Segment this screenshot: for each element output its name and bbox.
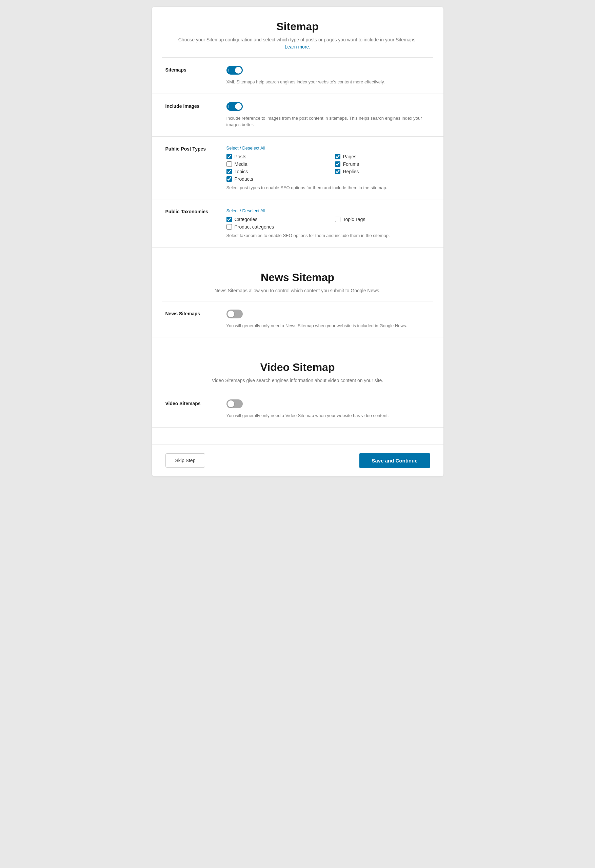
checkbox-pages-input[interactable]	[335, 154, 340, 159]
sitemap-section-header: Sitemap Choose your Sitemap configuratio…	[152, 7, 443, 57]
sitemaps-content: I XML Sitemaps help search engines index…	[226, 66, 430, 86]
video-sitemaps-row: Video Sitemaps You will generally only n…	[152, 391, 443, 428]
public-post-types-content: Select / Deselect All Posts Pages Media …	[226, 145, 430, 191]
checkbox-topics-label: Topics	[235, 169, 248, 174]
checkbox-categories: Categories	[226, 217, 321, 222]
sitemaps-row: Sitemaps I XML Sitemaps help search engi…	[152, 58, 443, 94]
taxonomies-checkbox-grid: Categories Topic Tags Product categories	[226, 217, 430, 230]
video-sitemaps-content: You will generally only need a Video Sit…	[226, 399, 430, 419]
news-sitemaps-toggle[interactable]	[226, 310, 243, 318]
news-sitemaps-label: News Sitemaps	[165, 310, 226, 316]
footer: Skip Step Save and Continue	[152, 444, 443, 476]
checkbox-forums-input[interactable]	[335, 161, 340, 167]
checkbox-products: Products	[226, 176, 321, 182]
include-images-content: I Include reference to images from the p…	[226, 102, 430, 128]
news-sitemap-section-header: News Sitemap News Sitemaps allow you to …	[152, 258, 443, 301]
sitemaps-toggle-wrapper[interactable]: I	[226, 66, 243, 75]
learn-more-link[interactable]: Learn more.	[285, 44, 310, 50]
video-sitemap-section-header: Video Sitemap Video Sitemaps give search…	[152, 348, 443, 391]
news-sitemaps-description: You will generally only need a News Site…	[226, 322, 430, 329]
checkbox-forums-label: Forums	[343, 161, 359, 167]
news-sitemap-title: News Sitemap	[172, 271, 423, 284]
sitemaps-description: XML Sitemaps help search engines index y…	[226, 79, 430, 86]
toggle-knob3	[227, 311, 234, 317]
news-sitemaps-row: News Sitemaps You will generally only ne…	[152, 301, 443, 338]
public-taxonomies-label: Public Taxonomies	[165, 208, 226, 214]
include-images-toggle[interactable]: I	[226, 102, 243, 111]
checkbox-replies-input[interactable]	[335, 169, 340, 174]
checkbox-replies: Replies	[335, 169, 430, 174]
checkbox-pages-label: Pages	[343, 154, 357, 159]
checkbox-topic-tags-input[interactable]	[335, 217, 340, 222]
checkbox-media-label: Media	[235, 161, 248, 167]
toggle-knob	[235, 67, 242, 74]
toggle-on-icon2: I	[229, 105, 230, 108]
taxonomies-description: Select taxonomies to enable SEO options …	[226, 232, 430, 239]
video-sitemaps-toggle[interactable]	[226, 399, 243, 408]
checkbox-topic-tags: Topic Tags	[335, 217, 430, 222]
news-sitemap-description: News Sitemaps allow you to control which…	[172, 287, 423, 294]
video-sitemaps-description: You will generally only need a Video Sit…	[226, 412, 430, 419]
checkbox-posts-label: Posts	[235, 154, 247, 159]
public-post-types-label: Public Post Types	[165, 145, 226, 152]
post-types-checkbox-grid: Posts Pages Media Forums Topics	[226, 154, 430, 182]
toggle-knob4	[227, 400, 234, 407]
skip-button[interactable]: Skip Step	[165, 453, 205, 468]
sitemap-description: Choose your Sitemap configuration and se…	[172, 36, 423, 50]
checkbox-categories-input[interactable]	[226, 217, 232, 222]
include-images-toggle-wrapper[interactable]: I	[226, 102, 243, 111]
post-types-description: Select post types to enable SEO options …	[226, 185, 430, 191]
checkbox-product-categories-input[interactable]	[226, 224, 232, 230]
video-sitemaps-label: Video Sitemaps	[165, 399, 226, 406]
spacer1	[152, 248, 443, 258]
sitemap-title: Sitemap	[172, 20, 423, 33]
checkbox-pages: Pages	[335, 154, 430, 159]
public-post-types-row: Public Post Types Select / Deselect All …	[152, 137, 443, 200]
spacer3	[152, 428, 443, 441]
spacer2	[152, 337, 443, 348]
video-sitemaps-toggle-wrapper[interactable]	[226, 399, 243, 408]
main-card: Sitemap Choose your Sitemap configuratio…	[152, 7, 443, 476]
checkbox-products-input[interactable]	[226, 176, 232, 182]
checkbox-media-input[interactable]	[226, 161, 232, 167]
checkbox-categories-label: Categories	[235, 217, 258, 222]
checkbox-product-categories-label: Product categories	[235, 224, 274, 230]
public-taxonomies-content: Select / Deselect All Categories Topic T…	[226, 208, 430, 239]
news-sitemaps-toggle-wrapper[interactable]	[226, 310, 243, 318]
checkbox-posts: Posts	[226, 154, 321, 159]
save-continue-button[interactable]: Save and Continue	[359, 453, 430, 468]
checkbox-topics: Topics	[226, 169, 321, 174]
news-sitemaps-content: You will generally only need a News Site…	[226, 310, 430, 329]
checkbox-replies-label: Replies	[343, 169, 359, 174]
checkbox-topic-tags-label: Topic Tags	[343, 217, 365, 222]
include-images-description: Include reference to images from the pos…	[226, 115, 430, 128]
sitemaps-label: Sitemaps	[165, 66, 226, 72]
public-taxonomies-row: Public Taxonomies Select / Deselect All …	[152, 199, 443, 248]
include-images-label: Include Images	[165, 102, 226, 109]
toggle-on-icon: I	[229, 68, 230, 72]
taxonomies-select-all[interactable]: Select / Deselect All	[226, 208, 266, 213]
checkbox-forums: Forums	[335, 161, 430, 167]
checkbox-topics-input[interactable]	[226, 169, 232, 174]
include-images-row: Include Images I Include reference to im…	[152, 94, 443, 137]
checkbox-product-categories: Product categories	[226, 224, 321, 230]
sitemaps-toggle[interactable]: I	[226, 66, 243, 75]
checkbox-products-label: Products	[235, 176, 253, 182]
toggle-knob2	[235, 103, 242, 110]
post-types-select-all[interactable]: Select / Deselect All	[226, 145, 266, 151]
checkbox-posts-input[interactable]	[226, 154, 232, 159]
video-sitemap-title: Video Sitemap	[172, 361, 423, 373]
checkbox-media: Media	[226, 161, 321, 167]
video-sitemap-description: Video Sitemaps give search engines infor…	[172, 377, 423, 384]
